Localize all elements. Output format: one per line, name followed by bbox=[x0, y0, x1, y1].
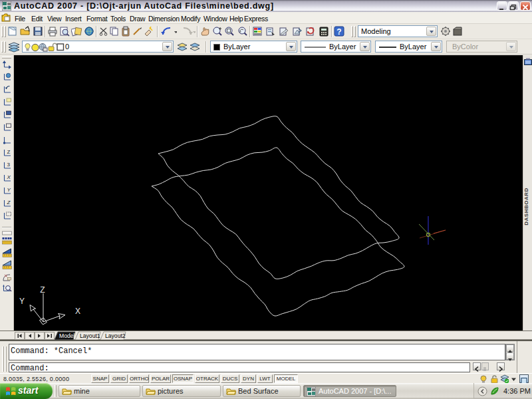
svg-text:Z: Z bbox=[40, 285, 45, 295]
svg-text:Model: Model bbox=[59, 332, 74, 339]
svg-text:X: X bbox=[75, 307, 80, 316]
svg-text:Z: Z bbox=[7, 200, 11, 205]
svg-text:Layout1: Layout1 bbox=[80, 332, 100, 339]
svg-text:Layout2: Layout2 bbox=[105, 332, 126, 339]
svg-text:Z: Z bbox=[7, 149, 11, 155]
svg-text:X: X bbox=[7, 174, 11, 180]
svg-text:Y: Y bbox=[19, 297, 25, 306]
svg-text:?: ? bbox=[336, 27, 341, 37]
svg-text:3: 3 bbox=[7, 162, 11, 168]
svg-text:Y: Y bbox=[7, 187, 11, 193]
